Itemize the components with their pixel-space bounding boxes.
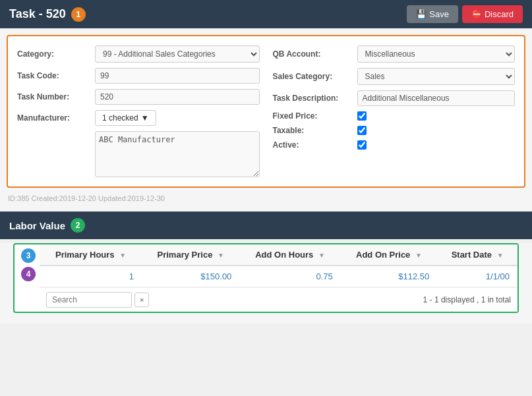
task-desc-label: Task Description: — [273, 94, 352, 103]
sort-icon-add-on-hours: ▼ — [318, 252, 325, 259]
sales-category-label: Sales Category: — [273, 72, 352, 81]
col-primary-hours[interactable]: Primary Hours ▼ — [40, 244, 142, 266]
cell-start-date: 1/1/00 — [437, 266, 517, 287]
manufacturer-textarea[interactable] — [95, 131, 260, 177]
sort-icon-primary-price: ▼ — [218, 252, 224, 259]
chevron-down-icon: ▼ — [141, 113, 149, 123]
labor-table: Primary Hours ▼ Primary Price ▼ Add On H… — [40, 244, 517, 287]
labor-section-title: Labor Value — [9, 220, 65, 231]
badge-4: 4 — [21, 267, 36, 281]
manufacturer-row: Manufacturer: 1 checked ▼ — [17, 110, 260, 126]
badge-3: 3 — [21, 248, 36, 263]
table-header-row: Primary Hours ▼ Primary Price ▼ Add On H… — [40, 244, 517, 266]
col-add-on-price[interactable]: Add On Price ▼ — [341, 244, 438, 266]
col-start-date[interactable]: Start Date ▼ — [437, 244, 517, 266]
discard-button[interactable]: ⛔ Discard — [462, 5, 523, 23]
table-footer: × 1 - 1 displayed , 1 in total — [40, 287, 517, 312]
cell-add-on-price: $112.50 — [341, 266, 438, 287]
task-desc-row: Task Description: — [273, 90, 516, 106]
labor-section-header: Labor Value 2 — [0, 212, 532, 239]
form-section: Category: 99 - Additional Sales Categori… — [7, 35, 525, 188]
sort-icon-start-date: ▼ — [497, 252, 504, 259]
meta-info: ID:385 Created:2019-12-20 Updated:2019-1… — [7, 192, 525, 205]
task-number-row: Task Number: — [17, 89, 260, 105]
task-code-row: Task Code: — [17, 68, 260, 84]
ban-icon: ⛔ — [471, 9, 482, 19]
cell-add-on-hours: 0.75 — [239, 266, 340, 287]
sales-category-row: Sales Category: Sales — [273, 68, 516, 85]
search-clear-button[interactable]: × — [134, 293, 149, 307]
sort-icon-primary-hours: ▼ — [119, 252, 126, 259]
header-buttons: 💾 Save ⛔ Discard — [407, 5, 523, 23]
manufacturer-textarea-row — [17, 131, 260, 177]
category-row: Category: 99 - Additional Sales Categori… — [17, 45, 260, 63]
manufacturer-dropdown[interactable]: 1 checked ▼ — [95, 110, 156, 126]
fixed-price-label: Fixed Price: — [273, 111, 352, 121]
col-primary-price[interactable]: Primary Price ▼ — [142, 244, 239, 266]
form-left: Category: 99 - Additional Sales Categori… — [17, 45, 260, 177]
page-header: Task - 520 1 💾 Save ⛔ Discard — [0, 0, 532, 28]
task-code-input[interactable] — [95, 68, 260, 84]
table-container: 3 4 Primary Hours ▼ Primary Price ▼ — [13, 243, 519, 313]
fixed-price-row: Fixed Price: — [273, 111, 516, 121]
side-badges: 3 4 — [15, 244, 40, 285]
task-number-input[interactable] — [95, 89, 260, 105]
category-select[interactable]: 99 - Additional Sales Categories — [95, 45, 260, 63]
col-add-on-hours[interactable]: Add On Hours ▼ — [239, 244, 340, 266]
save-button[interactable]: 💾 Save — [407, 5, 458, 23]
badge-1: 1 — [71, 7, 86, 22]
taxable-row: Taxable: — [273, 126, 516, 135]
manufacturer-label: Manufacturer: — [17, 113, 90, 123]
title-area: Task - 520 1 — [9, 7, 86, 22]
labor-content: 3 4 Primary Hours ▼ Primary Price ▼ — [0, 243, 532, 324]
active-row: Active: — [273, 140, 516, 150]
taxable-checkbox[interactable] — [357, 126, 367, 135]
page-title: Task - 520 — [9, 7, 66, 21]
badge-2: 2 — [71, 218, 85, 233]
save-icon: 💾 — [416, 9, 427, 19]
task-desc-input[interactable] — [357, 90, 516, 106]
cell-primary-hours: 1 — [40, 266, 142, 287]
taxable-label: Taxable: — [273, 126, 352, 135]
active-label: Active: — [273, 140, 352, 150]
fixed-price-checkbox[interactable] — [357, 111, 367, 121]
sales-category-select[interactable]: Sales — [357, 68, 516, 85]
pagination-info: 1 - 1 displayed , 1 in total — [423, 295, 511, 304]
table-row[interactable]: 1 $150.00 0.75 $112.50 1/1/00 — [40, 266, 517, 287]
form-grid: Category: 99 - Additional Sales Categori… — [17, 45, 515, 177]
task-code-label: Task Code: — [17, 71, 90, 80]
main-content: Category: 99 - Additional Sales Categori… — [0, 28, 532, 212]
qb-account-row: QB Account: Miscellaneous — [273, 45, 516, 63]
cell-primary-price: $150.00 — [142, 266, 239, 287]
table-with-badges: 3 4 Primary Hours ▼ Primary Price ▼ — [15, 244, 517, 312]
form-right: QB Account: Miscellaneous Sales Category… — [273, 45, 516, 177]
task-number-label: Task Number: — [17, 92, 90, 101]
qb-account-select[interactable]: Miscellaneous — [357, 45, 516, 63]
qb-account-label: QB Account: — [273, 49, 352, 59]
search-area: × — [46, 292, 149, 308]
active-checkbox[interactable] — [357, 140, 367, 150]
table-wrapper: Primary Hours ▼ Primary Price ▼ Add On H… — [40, 244, 517, 312]
sort-icon-add-on-price: ▼ — [415, 252, 422, 259]
category-label: Category: — [17, 49, 90, 59]
search-input[interactable] — [46, 292, 132, 308]
